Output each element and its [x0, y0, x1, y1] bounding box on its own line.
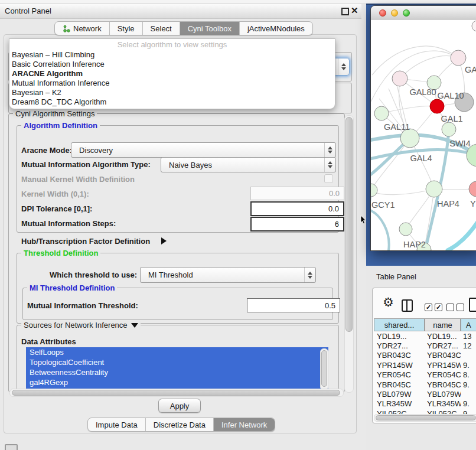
- table-row[interactable]: YBR045CYBR045C9.: [374, 380, 476, 389]
- docked-panel-icon[interactable]: [5, 444, 18, 450]
- table-window: ⚙ ✓✓ ✓✓ shared... name A YDL19...YDL19..…: [372, 288, 476, 423]
- which-threshold-label: Which threshold to use:: [50, 270, 137, 279]
- collapse-down-icon[interactable]: [131, 323, 138, 328]
- tab-infer-network-label: Infer Network: [221, 420, 267, 429]
- tab-infer-network[interactable]: Infer Network: [214, 418, 275, 431]
- gear-icon[interactable]: ⚙: [383, 296, 394, 308]
- combo-stepper-icon: [304, 268, 315, 282]
- column-header-label: A: [466, 321, 471, 330]
- popup-item-highlighted[interactable]: ARACNE Algorithm: [9, 69, 335, 79]
- popup-item[interactable]: Basic Correlation Inference: [9, 60, 335, 69]
- table-rows: YDL19...YDL19...13 YDR27...YDR27...12 YB…: [374, 331, 476, 414]
- manual-kernel-checkbox[interactable]: [324, 174, 333, 183]
- aracne-mode-label: Aracne Mode:: [21, 146, 72, 155]
- node-GAL80[interactable]: [392, 71, 407, 86]
- node-label: GAL11: [384, 122, 410, 132]
- node-SWI4[interactable]: [442, 122, 456, 136]
- control-panel-title: Control Panel: [5, 6, 51, 15]
- table-panel-title: Table Panel: [376, 272, 416, 281]
- node-GAL11[interactable]: [374, 106, 389, 120]
- tab-discretize-data[interactable]: Discretize Data: [146, 418, 214, 431]
- apply-button[interactable]: Apply: [158, 399, 201, 413]
- network-window-titlebar[interactable]: [371, 6, 476, 19]
- dpi-tolerance-field[interactable]: 0.0: [250, 201, 344, 216]
- table-row[interactable]: YDR27...YDR27...12: [374, 341, 476, 350]
- close-panel-icon[interactable]: ✕: [351, 5, 358, 16]
- popup-item[interactable]: Bayesian – Hill Climbing: [9, 50, 335, 60]
- table-row[interactable]: YLR345WYLR345W9.: [374, 399, 476, 409]
- mi-threshold-title: MI Threshold Definition: [27, 283, 117, 292]
- tab-cyni-toolbox[interactable]: Cyni Toolbox: [180, 22, 240, 35]
- column-header-label: shared...: [384, 321, 415, 330]
- node-label: Y: [470, 199, 476, 208]
- attribute-list-scrollbar[interactable]: [320, 348, 328, 390]
- node[interactable]: [451, 50, 466, 66]
- table-row[interactable]: YIL052CYIL052C9: [374, 409, 476, 414]
- expand-right-icon[interactable]: [161, 237, 167, 244]
- cyni-bottom-tabbar: Impute Data Discretize Data Infer Networ…: [87, 418, 275, 432]
- attribute-list: SelfLoops TopologicalCoefficient Between…: [26, 347, 328, 390]
- aracne-mode-combobox[interactable]: Discovery: [71, 142, 336, 158]
- tab-discretize-data-label: Discretize Data: [154, 420, 206, 429]
- node-HAP4[interactable]: [426, 181, 442, 197]
- node-GCY1[interactable]: [371, 184, 377, 197]
- select-all-columns-icon[interactable]: ✓✓: [425, 302, 445, 311]
- settings-vertical-scrollbar[interactable]: [344, 115, 354, 393]
- table-row[interactable]: YBL079WYBL079W: [374, 389, 476, 399]
- column-header-name[interactable]: name: [425, 318, 461, 331]
- tab-jactivemnodules[interactable]: jActiveMNodules: [240, 22, 312, 35]
- attribute-item[interactable]: SelfLoops: [26, 347, 328, 357]
- mi-type-combobox[interactable]: Naive Bayes: [161, 157, 336, 172]
- kernel-width-field[interactable]: 0.0: [250, 187, 344, 200]
- tab-select[interactable]: Select: [143, 22, 180, 35]
- table-row[interactable]: YPR145WYPR145W9.: [374, 360, 476, 370]
- algorithm-definition-title: Algorithm Definition: [21, 121, 100, 130]
- network-window: GAL GAL80 GAL10 GAL1 GAL11 GAL4 SWI4 GCY…: [371, 6, 476, 250]
- column-header-clipped[interactable]: A: [461, 318, 476, 331]
- column-header-label: name: [433, 321, 452, 330]
- node-label: SWI4: [449, 139, 470, 148]
- column-browser-icon[interactable]: [402, 299, 413, 312]
- attribute-item[interactable]: BetweennessCentrality: [26, 367, 328, 377]
- attribute-item[interactable]: TopologicalCoefficient: [26, 357, 328, 367]
- tab-jactivemnodules-label: jActiveMNodules: [247, 24, 305, 33]
- settings-horizontal-scrollbar[interactable]: [9, 389, 344, 397]
- table-horizontal-scrollbar[interactable]: [374, 414, 476, 422]
- threshold-definition-title: Threshold Definition: [21, 249, 100, 257]
- combo-stepper-icon: [324, 143, 335, 157]
- which-threshold-combobox[interactable]: MI Threshold: [140, 267, 316, 283]
- mi-threshold-label: Mutual Information Threshold:: [27, 301, 138, 310]
- sources-title: Sources for Network Inference: [21, 321, 141, 330]
- node-GAL1[interactable]: [430, 99, 444, 113]
- mi-steps-field[interactable]: 6: [250, 217, 344, 231]
- network-graph[interactable]: GAL GAL80 GAL10 GAL1 GAL11 GAL4 SWI4 GCY…: [371, 19, 476, 250]
- float-window-icon[interactable]: [341, 8, 349, 15]
- tab-network[interactable]: Network: [55, 22, 110, 35]
- popup-item[interactable]: Bayesian – K2: [9, 88, 335, 97]
- column-header-shared-name[interactable]: shared...: [374, 318, 425, 331]
- table-row[interactable]: YER054CYER054C8.: [374, 370, 476, 380]
- close-window-icon[interactable]: [379, 9, 386, 17]
- node-label: GAL1: [441, 114, 462, 123]
- node-HAP2[interactable]: [399, 223, 412, 236]
- cytopanel-tabbar: Network Style Select Cyni Toolbox jActiv…: [54, 21, 313, 35]
- node-label: HAP4: [437, 199, 459, 208]
- node[interactable]: [469, 181, 476, 197]
- table-row[interactable]: YDL19...YDL19...13: [374, 331, 476, 341]
- mi-type-label: Mutual Information Algorithm Type:: [21, 160, 151, 169]
- new-column-icon[interactable]: [469, 298, 476, 312]
- minimize-window-icon[interactable]: [391, 9, 398, 17]
- popup-item[interactable]: Dream8 DC_TDC Algorithm: [9, 97, 335, 107]
- tab-select-label: Select: [151, 24, 172, 33]
- tab-network-label: Network: [73, 24, 102, 33]
- hub-definition-expander-label[interactable]: Hub/Transcription Factor Definition: [21, 237, 150, 246]
- mi-threshold-field[interactable]: 0.5: [247, 298, 340, 312]
- attribute-item[interactable]: gal4RGexp: [26, 377, 328, 387]
- deselect-all-columns-icon[interactable]: ✓✓: [446, 302, 467, 311]
- node[interactable]: [472, 21, 476, 31]
- table-row[interactable]: YBR043CYBR043C: [374, 351, 476, 360]
- zoom-window-icon[interactable]: [403, 9, 410, 17]
- tab-style[interactable]: Style: [110, 22, 143, 35]
- popup-item[interactable]: Mutual Information Inference: [9, 79, 335, 88]
- tab-impute-data[interactable]: Impute Data: [88, 418, 146, 431]
